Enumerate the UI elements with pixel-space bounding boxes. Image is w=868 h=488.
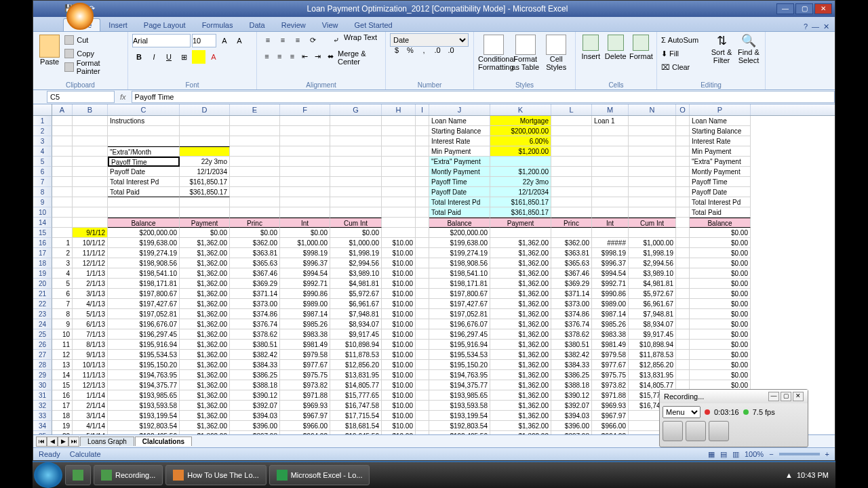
cell[interactable]: $2,994.56 (629, 258, 676, 268)
cell[interactable]: $200,000.00 (429, 228, 490, 238)
cell[interactable] (629, 136, 676, 146)
cell[interactable]: 12/1/2034 (490, 187, 551, 197)
cell[interactable]: $386.25 (230, 370, 280, 380)
cell[interactable]: Montly Payment (690, 167, 751, 177)
align-middle-icon[interactable]: ≡ (276, 33, 290, 47)
maximize-button[interactable]: ▢ (795, 3, 813, 14)
border-button[interactable]: ⊞ (177, 50, 191, 64)
cell[interactable]: $198,541.10 (108, 268, 180, 279)
cell[interactable] (382, 218, 416, 228)
cell[interactable]: 1/1/14 (73, 390, 108, 401)
cell[interactable]: $369.29 (230, 279, 280, 289)
cell[interactable]: $376.74 (551, 319, 592, 329)
cell[interactable] (330, 207, 382, 218)
sheet-tab-calculations[interactable]: Clalculations (135, 436, 192, 446)
cell[interactable]: 3/1/14 (73, 411, 108, 421)
cell[interactable] (416, 329, 429, 340)
cell[interactable] (108, 126, 180, 136)
tab-view[interactable]: View (314, 19, 347, 31)
cell[interactable]: $1,362.00 (490, 268, 551, 279)
cell[interactable]: $367.46 (551, 268, 592, 279)
column-header[interactable]: J (429, 104, 490, 115)
fx-icon[interactable]: fx (120, 93, 126, 101)
font-size-input[interactable] (192, 34, 216, 47)
cell[interactable]: $193,985.65 (108, 390, 180, 401)
cell[interactable]: $198,908.56 (108, 258, 180, 268)
cell[interactable]: $987.14 (280, 309, 330, 319)
cell[interactable] (676, 268, 690, 279)
first-sheet-icon[interactable]: ⏮ (36, 436, 47, 447)
cell[interactable] (330, 136, 382, 146)
cell[interactable] (180, 116, 230, 126)
cell[interactable]: $11,878.53 (330, 350, 382, 360)
cell[interactable]: 3/1/13 (73, 289, 108, 299)
cell[interactable] (382, 177, 416, 187)
cell[interactable]: $0.00 (690, 299, 751, 309)
cell[interactable]: $967.97 (280, 411, 330, 421)
cell[interactable]: 10/1/12 (73, 238, 108, 248)
cell[interactable]: $971.88 (592, 390, 629, 401)
cell[interactable]: 1/1/13 (73, 268, 108, 279)
cell[interactable]: $197,052.81 (108, 309, 180, 319)
cell[interactable] (676, 309, 690, 319)
cell[interactable] (416, 228, 429, 238)
cell[interactable]: $10.00 (382, 380, 416, 390)
cell[interactable]: $1,362.00 (180, 289, 230, 299)
cell[interactable]: $0.00 (690, 248, 751, 258)
cell[interactable]: $10.00 (382, 390, 416, 401)
cell[interactable] (676, 299, 690, 309)
cell[interactable]: $197,800.67 (429, 289, 490, 299)
cell[interactable] (551, 146, 592, 157)
cell[interactable]: $1,362.00 (180, 380, 230, 390)
conditional-formatting-button[interactable]: Conditional Formatting (478, 33, 509, 78)
view-pagebreak-icon[interactable]: ▥ (732, 450, 739, 459)
cell[interactable]: $195,150.20 (108, 360, 180, 370)
cell[interactable]: $10.00 (382, 360, 416, 370)
cell[interactable]: $195,916.94 (108, 340, 180, 350)
cell[interactable] (416, 177, 429, 187)
cell[interactable] (416, 421, 429, 431)
cell[interactable]: Balance (429, 218, 490, 228)
cell[interactable]: $0.00 (690, 228, 751, 238)
cell[interactable] (676, 197, 690, 207)
cell[interactable] (676, 329, 690, 340)
decrease-decimal-icon[interactable]: .0 (444, 43, 458, 57)
cell[interactable]: $197,427.67 (108, 299, 180, 309)
cell[interactable]: $12,856.20 (629, 360, 676, 370)
cell[interactable] (551, 197, 592, 207)
cell[interactable]: $969.93 (592, 401, 629, 411)
row-header[interactable]: 25 (33, 329, 52, 340)
start-button[interactable] (34, 462, 62, 488)
cell[interactable]: $361,850.17 (490, 207, 551, 218)
cell[interactable]: $374.86 (230, 309, 280, 319)
cell[interactable]: $996.37 (280, 258, 330, 268)
cell[interactable]: Payment (180, 218, 230, 228)
cell[interactable]: $193,199.54 (108, 411, 180, 421)
cell[interactable]: $10.00 (382, 411, 416, 421)
cell[interactable]: $193,985.65 (429, 390, 490, 401)
cell[interactable]: $1,362.00 (490, 390, 551, 401)
cut-button[interactable]: Cut (64, 33, 123, 47)
cell[interactable]: $1,362.00 (490, 340, 551, 350)
cell[interactable] (280, 187, 330, 197)
cell[interactable]: $195,534.53 (108, 350, 180, 360)
rec-pause-button[interactable] (686, 421, 706, 441)
format-cells-button[interactable]: Format (629, 33, 652, 78)
column-header[interactable]: M (592, 104, 629, 115)
cell[interactable]: $0.00 (690, 350, 751, 360)
cell[interactable] (330, 167, 382, 177)
fill-button[interactable]: ⬇Fill (661, 47, 709, 60)
cell[interactable]: $1,000.00 (330, 238, 382, 248)
cell[interactable]: $361,850.17 (180, 187, 230, 197)
cell[interactable] (382, 207, 416, 218)
cell[interactable] (490, 157, 551, 167)
cell[interactable]: $966.00 (280, 421, 330, 431)
cell[interactable] (330, 187, 382, 197)
cell[interactable] (330, 146, 382, 157)
cell[interactable] (416, 309, 429, 319)
cell[interactable]: Payoff Time (690, 177, 751, 187)
cell[interactable] (592, 207, 629, 218)
cell[interactable]: $198,908.56 (429, 258, 490, 268)
cell[interactable] (676, 360, 690, 370)
cell[interactable] (73, 218, 108, 228)
